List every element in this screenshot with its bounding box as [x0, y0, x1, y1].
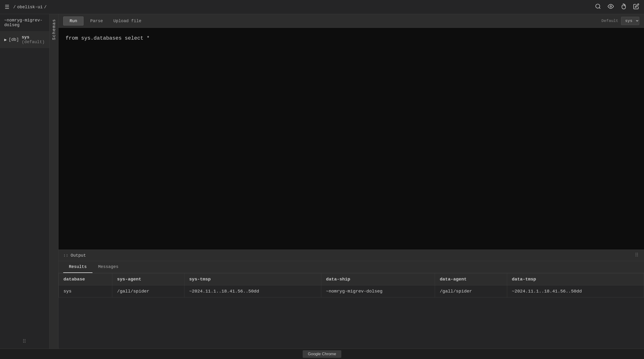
svg-point-0 [596, 4, 600, 8]
th-data-ship: data-ship [321, 274, 435, 286]
sidebar-dots-icon[interactable]: ⠿ [22, 338, 27, 345]
sidebar-db-item[interactable]: ▶ [db] sys (default) [0, 31, 49, 48]
top-bar-right [595, 3, 639, 11]
tab-messages[interactable]: Messages [92, 261, 124, 273]
table-cell: ~2024.11.1..18.41.56..50dd [184, 286, 321, 298]
breadcrumb-sep-1: / [13, 5, 16, 10]
output-title: Output [71, 253, 86, 258]
upload-button[interactable]: Upload file [110, 17, 145, 25]
results-table-wrap: database sys-agent sys-tmsp data-ship da… [58, 273, 644, 348]
schemas-tab-container: Schemas [50, 14, 58, 348]
sidebar-bottom: ⠿ [0, 335, 49, 348]
th-data-agent: data-agent [435, 274, 507, 286]
th-sys-agent: sys-agent [112, 274, 184, 286]
db-select[interactable]: sys [621, 17, 639, 25]
bottom-bar: Google Chrome [0, 348, 644, 359]
schemas-tab[interactable]: Schemas [52, 19, 56, 40]
th-sys-tmsp: sys-tmsp [184, 274, 321, 286]
toolbar-right: Default sys [602, 17, 639, 25]
sidebar-connection-label: ~nomryg-migrev-dolseg [4, 18, 45, 27]
table-cell: sys [59, 286, 112, 298]
sidebar-expand-icon: ▶ [4, 37, 7, 42]
sidebar-db-name: sys (default) [21, 35, 45, 44]
output-dots-icon[interactable]: ⠿ [635, 252, 639, 258]
editor-area[interactable]: from sys.databases select * [58, 28, 644, 250]
parse-button[interactable]: Parse [86, 17, 107, 25]
top-bar-left: ☰ / obelisk-ui / [5, 4, 47, 10]
table-cell: /gall/spider [435, 286, 507, 298]
editor-content: from sys.databases select * [66, 34, 637, 42]
edit-icon[interactable] [633, 3, 639, 11]
output-header: ↕↕ Output ⠿ [58, 250, 644, 261]
th-database: database [59, 274, 112, 286]
table-cell: ~nomryg-migrev-dolseg [321, 286, 435, 298]
tab-results[interactable]: Results [63, 261, 92, 273]
toolbar: Run Parse Upload file Default sys [58, 14, 644, 28]
run-button[interactable]: Run [63, 16, 84, 26]
sidebar-db-tag: [db] [9, 37, 19, 42]
table-cell: /gall/spider [112, 286, 184, 298]
table-cell: ~2024.11.1..18.41.56..50dd [507, 286, 644, 298]
breadcrumb: / obelisk-ui / [13, 5, 47, 10]
table-header-row: database sys-agent sys-tmsp data-ship da… [59, 274, 644, 286]
sidebar-connection[interactable]: ~nomryg-migrev-dolseg [0, 14, 49, 31]
content-area: Run Parse Upload file Default sys from s… [58, 14, 644, 348]
output-panel: ↕↕ Output ⠿ Results Messages database sy… [58, 250, 644, 348]
svg-line-1 [599, 8, 600, 9]
th-data-tmsp: data-tmsp [507, 274, 644, 286]
breadcrumb-trail: / [44, 5, 47, 10]
svg-point-2 [610, 6, 612, 7]
table-row: sys/gall/spider~2024.11.1..18.41.56..50d… [59, 286, 644, 298]
sidebar: ~nomryg-migrev-dolseg ▶ [db] sys (defaul… [0, 14, 50, 348]
output-tabs: Results Messages [58, 261, 644, 273]
main-layout: ~nomryg-migrev-dolseg ▶ [db] sys (defaul… [0, 14, 644, 348]
eye-icon[interactable] [608, 3, 614, 11]
output-arrows-icon: ↕↕ [63, 253, 68, 258]
toolbar-default-label: Default [602, 19, 618, 23]
breadcrumb-title: obelisk-ui [17, 5, 43, 10]
search-icon[interactable] [595, 3, 601, 11]
chrome-tooltip: Google Chrome [303, 350, 341, 358]
cursor-icon[interactable] [620, 3, 626, 11]
top-bar: ☰ / obelisk-ui / [0, 0, 644, 14]
results-table: database sys-agent sys-tmsp data-ship da… [58, 273, 644, 298]
menu-icon[interactable]: ☰ [5, 4, 10, 10]
